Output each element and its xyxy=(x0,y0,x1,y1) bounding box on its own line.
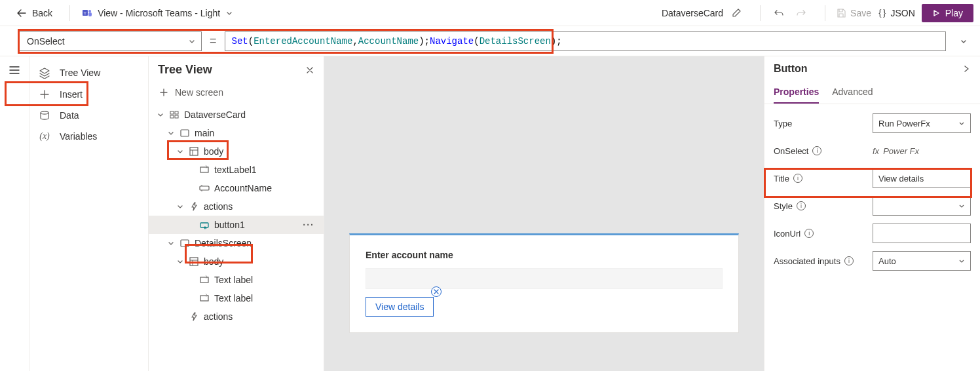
chevron-right-icon[interactable] xyxy=(962,64,971,73)
tree-row-accountname[interactable]: AccountName xyxy=(149,179,324,197)
actions-icon xyxy=(188,311,200,322)
formula-token: , xyxy=(352,36,358,47)
tree-row-textlabel1[interactable]: textLabel1 xyxy=(149,161,324,179)
chevron-down-icon[interactable] xyxy=(167,240,175,246)
tree-row-body[interactable]: body xyxy=(149,142,324,161)
play-button[interactable]: Play xyxy=(922,4,973,22)
prop-style-dropdown[interactable] xyxy=(873,196,971,216)
formula-token: ( xyxy=(248,36,254,47)
svg-rect-7 xyxy=(170,115,174,118)
info-icon[interactable]: i xyxy=(793,174,802,183)
formula-token: ( xyxy=(474,36,479,47)
redo-button[interactable] xyxy=(793,5,809,21)
chevron-down-icon xyxy=(958,120,965,127)
tree-row-label: AccountName xyxy=(214,183,272,193)
close-panel-button[interactable] xyxy=(305,66,314,75)
undo-icon xyxy=(774,8,784,18)
text-icon xyxy=(198,293,210,303)
svg-rect-15 xyxy=(190,258,198,265)
tree-row-text-label[interactable]: Text label xyxy=(149,271,324,289)
prop-title-input[interactable]: View details xyxy=(873,168,971,188)
prop-type-dropdown[interactable]: Run PowerFx xyxy=(873,113,971,133)
tree-row-button1[interactable]: button1··· xyxy=(149,216,324,234)
tab-advanced[interactable]: Advanced xyxy=(832,81,873,104)
svg-rect-14 xyxy=(181,240,189,246)
tab-properties[interactable]: Properties xyxy=(774,81,819,104)
tree-row-actions[interactable]: actions xyxy=(149,307,324,326)
tree-row-body[interactable]: body xyxy=(149,252,324,271)
plus-icon xyxy=(159,88,168,97)
info-icon[interactable]: i xyxy=(804,229,814,238)
json-button[interactable]: {} JSON xyxy=(878,8,915,18)
formula-token: DetailsScreen xyxy=(480,36,551,47)
svg-rect-6 xyxy=(175,111,178,114)
rename-button[interactable] xyxy=(728,5,744,21)
chevron-down-icon[interactable] xyxy=(176,148,184,155)
props-header-title: Button xyxy=(774,63,808,75)
chevron-down-icon[interactable] xyxy=(176,203,184,210)
svg-rect-5 xyxy=(170,111,174,114)
nav-item-data[interactable]: Data xyxy=(29,105,148,126)
prop-title-label: Title xyxy=(774,174,789,184)
save-label: Save xyxy=(850,8,871,18)
nav-item-tree-view[interactable]: Tree View xyxy=(29,62,148,84)
expand-formula-button[interactable] xyxy=(954,37,973,46)
formula-input[interactable]: Set(EnteredAccountName, AccountName); Na… xyxy=(225,31,946,51)
info-icon[interactable]: i xyxy=(844,256,854,265)
property-dropdown[interactable]: OnSelect xyxy=(18,31,202,51)
nav-item-insert[interactable]: Insert xyxy=(29,84,148,105)
info-icon[interactable]: i xyxy=(812,146,821,155)
more-icon[interactable]: ··· xyxy=(303,220,318,230)
tree-row-detailsscreen[interactable]: DetailsScreen xyxy=(149,234,324,252)
hamburger-button[interactable] xyxy=(9,64,20,76)
svg-rect-12 xyxy=(200,186,209,190)
nav-item-label: Variables xyxy=(60,131,97,142)
app-icon xyxy=(168,109,180,120)
back-label: Back xyxy=(32,8,52,18)
chevron-down-icon[interactable] xyxy=(176,258,184,265)
tree-row-label: actions xyxy=(204,201,233,212)
info-icon[interactable]: i xyxy=(797,201,806,210)
chevron-down-icon xyxy=(958,258,965,264)
text-icon xyxy=(198,165,210,175)
svg-text:T: T xyxy=(84,10,87,16)
formula-token: Navigate xyxy=(430,36,474,47)
svg-rect-11 xyxy=(200,167,208,172)
view-theme-select[interactable]: T View - Microsoft Teams - Light xyxy=(82,8,233,18)
teams-icon: T xyxy=(82,8,92,18)
play-icon xyxy=(932,9,940,17)
tree-row-main[interactable]: main xyxy=(149,124,324,142)
chevron-down-icon[interactable] xyxy=(167,130,175,136)
separator xyxy=(825,5,825,21)
tree-row-dataversecard[interactable]: DataverseCard xyxy=(149,106,324,124)
nav-item-label: Tree View xyxy=(60,68,100,78)
back-button[interactable]: Back xyxy=(16,8,52,18)
layers-icon xyxy=(39,67,50,79)
selection-handle-icon[interactable] xyxy=(431,286,442,297)
tree-row-text-label[interactable]: Text label xyxy=(149,289,324,307)
tree-row-label: Text label xyxy=(214,275,253,285)
prop-assoc-dropdown[interactable]: Auto xyxy=(873,251,971,271)
text-icon xyxy=(198,275,210,285)
new-screen-button[interactable]: New screen xyxy=(149,83,324,106)
prop-style-label: Style xyxy=(774,201,793,211)
card-view-details-button[interactable]: View details xyxy=(366,297,434,317)
undo-button[interactable] xyxy=(771,5,787,21)
chevron-down-icon[interactable] xyxy=(157,111,164,118)
json-label: JSON xyxy=(890,8,914,18)
prop-type-label: Type xyxy=(774,119,792,128)
tree-row-label: DataverseCard xyxy=(184,109,246,120)
card-account-name-input[interactable] xyxy=(366,268,723,289)
save-button: Save xyxy=(836,8,871,18)
tree-row-label: Text label xyxy=(214,293,253,303)
nav-item-variables[interactable]: (x)Variables xyxy=(29,126,148,147)
input-icon xyxy=(198,183,210,193)
save-icon xyxy=(836,8,846,18)
tree-row-actions[interactable]: actions xyxy=(149,197,324,216)
plus-icon xyxy=(39,89,50,100)
prop-iconurl-input[interactable] xyxy=(873,224,971,243)
redo-icon xyxy=(796,8,806,18)
equals-icon: = xyxy=(210,34,217,48)
property-dropdown-label: OnSelect xyxy=(27,36,65,47)
prop-onselect-value[interactable]: fx Power Fx xyxy=(873,141,971,161)
